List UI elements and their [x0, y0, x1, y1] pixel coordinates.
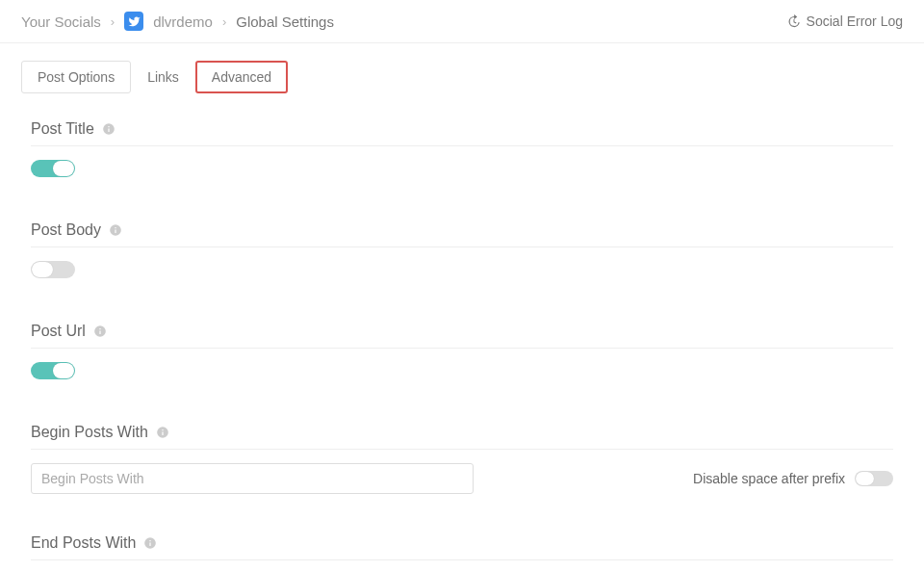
section-post-url: Post Url	[31, 323, 893, 383]
chevron-right-icon: ›	[222, 14, 226, 29]
section-title: Begin Posts With	[31, 424, 148, 441]
history-icon	[786, 14, 801, 29]
section-begin-posts: Begin Posts With Disable space after pre…	[31, 424, 893, 494]
breadcrumb: Your Socials › dlvrdemo › Global Setting…	[21, 12, 334, 31]
info-icon[interactable]	[102, 122, 116, 136]
content-area: Post Options Links Advanced Post Title P…	[0, 43, 924, 560]
section-title: End Posts With	[31, 534, 136, 552]
disable-space-label: Disable space after prefix	[693, 471, 845, 486]
begin-posts-input[interactable]	[31, 463, 474, 494]
breadcrumb-root[interactable]: Your Socials	[21, 13, 101, 30]
post-title-toggle[interactable]	[31, 160, 75, 177]
disable-space-toggle[interactable]	[855, 471, 893, 486]
social-error-log-link[interactable]: Social Error Log	[786, 13, 903, 29]
section-header: Begin Posts With	[31, 424, 893, 450]
twitter-icon	[124, 12, 143, 31]
section-title: Post Body	[31, 221, 101, 239]
tabs: Post Options Links Advanced	[21, 61, 903, 93]
info-icon[interactable]	[93, 324, 107, 338]
post-url-toggle[interactable]	[31, 362, 75, 379]
error-log-label: Social Error Log	[807, 13, 903, 29]
info-icon[interactable]	[156, 426, 169, 439]
section-title: Post Title	[31, 120, 94, 138]
tab-post-options[interactable]: Post Options	[21, 61, 131, 93]
post-body-toggle[interactable]	[31, 261, 75, 278]
section-header: Post Title	[31, 120, 893, 146]
section-title: Post Url	[31, 323, 86, 340]
tab-advanced[interactable]: Advanced	[195, 61, 288, 93]
section-end-posts: End Posts With	[31, 534, 893, 560]
tab-links[interactable]: Links	[131, 61, 195, 93]
header-bar: Your Socials › dlvrdemo › Global Setting…	[0, 0, 924, 43]
section-header: Post Url	[31, 323, 893, 349]
section-header: End Posts With	[31, 534, 893, 560]
section-post-body: Post Body	[31, 221, 893, 282]
section-post-title: Post Title	[31, 120, 893, 181]
section-header: Post Body	[31, 221, 893, 247]
begin-posts-row: Disable space after prefix	[31, 463, 893, 494]
breadcrumb-current: Global Settings	[236, 13, 334, 30]
disable-space-group: Disable space after prefix	[693, 471, 893, 486]
breadcrumb-account[interactable]: dlvrdemo	[153, 13, 213, 30]
info-icon[interactable]	[143, 536, 157, 550]
chevron-right-icon: ›	[111, 14, 115, 29]
info-icon[interactable]	[109, 223, 122, 237]
